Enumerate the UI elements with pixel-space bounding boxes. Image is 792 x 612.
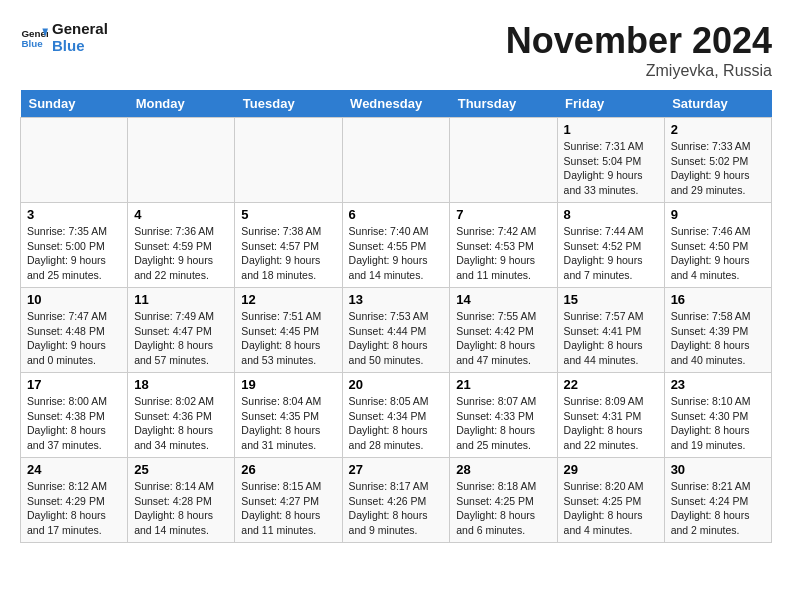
day-info: Sunrise: 7:36 AM Sunset: 4:59 PM Dayligh… [134,224,228,283]
calendar-cell: 21Sunrise: 8:07 AM Sunset: 4:33 PM Dayli… [450,373,557,458]
day-info: Sunrise: 8:21 AM Sunset: 4:24 PM Dayligh… [671,479,765,538]
day-info: Sunrise: 8:09 AM Sunset: 4:31 PM Dayligh… [564,394,658,453]
title-section: November 2024 Zmiyevka, Russia [506,20,772,80]
day-number: 16 [671,292,765,307]
calendar-cell: 9Sunrise: 7:46 AM Sunset: 4:50 PM Daylig… [664,203,771,288]
calendar-cell: 6Sunrise: 7:40 AM Sunset: 4:55 PM Daylig… [342,203,450,288]
day-info: Sunrise: 8:12 AM Sunset: 4:29 PM Dayligh… [27,479,121,538]
calendar-cell: 22Sunrise: 8:09 AM Sunset: 4:31 PM Dayli… [557,373,664,458]
calendar-cell: 2Sunrise: 7:33 AM Sunset: 5:02 PM Daylig… [664,118,771,203]
day-number: 2 [671,122,765,137]
calendar-cell: 17Sunrise: 8:00 AM Sunset: 4:38 PM Dayli… [21,373,128,458]
day-number: 12 [241,292,335,307]
calendar-cell: 15Sunrise: 7:57 AM Sunset: 4:41 PM Dayli… [557,288,664,373]
calendar-cell: 27Sunrise: 8:17 AM Sunset: 4:26 PM Dayli… [342,458,450,543]
weekday-header-tuesday: Tuesday [235,90,342,118]
calendar-cell: 1Sunrise: 7:31 AM Sunset: 5:04 PM Daylig… [557,118,664,203]
day-number: 24 [27,462,121,477]
day-info: Sunrise: 7:38 AM Sunset: 4:57 PM Dayligh… [241,224,335,283]
day-info: Sunrise: 7:33 AM Sunset: 5:02 PM Dayligh… [671,139,765,198]
day-info: Sunrise: 8:15 AM Sunset: 4:27 PM Dayligh… [241,479,335,538]
day-number: 29 [564,462,658,477]
calendar-header-row: SundayMondayTuesdayWednesdayThursdayFrid… [21,90,772,118]
calendar-cell: 26Sunrise: 8:15 AM Sunset: 4:27 PM Dayli… [235,458,342,543]
calendar-cell: 14Sunrise: 7:55 AM Sunset: 4:42 PM Dayli… [450,288,557,373]
weekday-header-thursday: Thursday [450,90,557,118]
day-number: 21 [456,377,550,392]
calendar-cell: 20Sunrise: 8:05 AM Sunset: 4:34 PM Dayli… [342,373,450,458]
day-info: Sunrise: 8:07 AM Sunset: 4:33 PM Dayligh… [456,394,550,453]
logo-line2: Blue [52,37,108,54]
calendar-cell: 12Sunrise: 7:51 AM Sunset: 4:45 PM Dayli… [235,288,342,373]
day-number: 4 [134,207,228,222]
day-info: Sunrise: 7:40 AM Sunset: 4:55 PM Dayligh… [349,224,444,283]
calendar-cell [128,118,235,203]
calendar-cell: 10Sunrise: 7:47 AM Sunset: 4:48 PM Dayli… [21,288,128,373]
day-info: Sunrise: 8:02 AM Sunset: 4:36 PM Dayligh… [134,394,228,453]
day-number: 25 [134,462,228,477]
day-info: Sunrise: 7:58 AM Sunset: 4:39 PM Dayligh… [671,309,765,368]
day-number: 3 [27,207,121,222]
day-number: 27 [349,462,444,477]
day-number: 20 [349,377,444,392]
day-info: Sunrise: 8:14 AM Sunset: 4:28 PM Dayligh… [134,479,228,538]
calendar-cell [21,118,128,203]
calendar-body: 1Sunrise: 7:31 AM Sunset: 5:04 PM Daylig… [21,118,772,543]
day-info: Sunrise: 7:53 AM Sunset: 4:44 PM Dayligh… [349,309,444,368]
day-info: Sunrise: 8:04 AM Sunset: 4:35 PM Dayligh… [241,394,335,453]
weekday-header-friday: Friday [557,90,664,118]
weekday-header-monday: Monday [128,90,235,118]
day-info: Sunrise: 7:49 AM Sunset: 4:47 PM Dayligh… [134,309,228,368]
day-number: 17 [27,377,121,392]
calendar-cell [450,118,557,203]
day-info: Sunrise: 7:51 AM Sunset: 4:45 PM Dayligh… [241,309,335,368]
location-title: Zmiyevka, Russia [506,62,772,80]
day-info: Sunrise: 7:35 AM Sunset: 5:00 PM Dayligh… [27,224,121,283]
calendar-cell: 23Sunrise: 8:10 AM Sunset: 4:30 PM Dayli… [664,373,771,458]
day-number: 5 [241,207,335,222]
day-number: 28 [456,462,550,477]
weekday-header-saturday: Saturday [664,90,771,118]
calendar-cell: 5Sunrise: 7:38 AM Sunset: 4:57 PM Daylig… [235,203,342,288]
day-info: Sunrise: 8:00 AM Sunset: 4:38 PM Dayligh… [27,394,121,453]
day-number: 30 [671,462,765,477]
calendar-cell: 30Sunrise: 8:21 AM Sunset: 4:24 PM Dayli… [664,458,771,543]
calendar-cell: 4Sunrise: 7:36 AM Sunset: 4:59 PM Daylig… [128,203,235,288]
weekday-header-wednesday: Wednesday [342,90,450,118]
calendar-cell: 13Sunrise: 7:53 AM Sunset: 4:44 PM Dayli… [342,288,450,373]
calendar-cell: 11Sunrise: 7:49 AM Sunset: 4:47 PM Dayli… [128,288,235,373]
day-info: Sunrise: 7:47 AM Sunset: 4:48 PM Dayligh… [27,309,121,368]
day-info: Sunrise: 8:05 AM Sunset: 4:34 PM Dayligh… [349,394,444,453]
calendar-cell: 25Sunrise: 8:14 AM Sunset: 4:28 PM Dayli… [128,458,235,543]
svg-text:Blue: Blue [21,38,43,49]
logo: General Blue General Blue [20,20,108,54]
page-header: General Blue General Blue November 2024 … [20,20,772,80]
day-number: 11 [134,292,228,307]
day-info: Sunrise: 7:44 AM Sunset: 4:52 PM Dayligh… [564,224,658,283]
day-number: 9 [671,207,765,222]
month-title: November 2024 [506,20,772,62]
day-info: Sunrise: 7:31 AM Sunset: 5:04 PM Dayligh… [564,139,658,198]
day-info: Sunrise: 8:17 AM Sunset: 4:26 PM Dayligh… [349,479,444,538]
calendar-week-3: 10Sunrise: 7:47 AM Sunset: 4:48 PM Dayli… [21,288,772,373]
logo-line1: General [52,20,108,37]
day-number: 1 [564,122,658,137]
calendar-cell [342,118,450,203]
calendar-cell: 8Sunrise: 7:44 AM Sunset: 4:52 PM Daylig… [557,203,664,288]
day-info: Sunrise: 7:55 AM Sunset: 4:42 PM Dayligh… [456,309,550,368]
day-info: Sunrise: 7:42 AM Sunset: 4:53 PM Dayligh… [456,224,550,283]
day-number: 26 [241,462,335,477]
calendar-cell: 3Sunrise: 7:35 AM Sunset: 5:00 PM Daylig… [21,203,128,288]
day-number: 6 [349,207,444,222]
day-number: 7 [456,207,550,222]
calendar-week-5: 24Sunrise: 8:12 AM Sunset: 4:29 PM Dayli… [21,458,772,543]
day-number: 15 [564,292,658,307]
calendar-cell: 29Sunrise: 8:20 AM Sunset: 4:25 PM Dayli… [557,458,664,543]
calendar-cell: 16Sunrise: 7:58 AM Sunset: 4:39 PM Dayli… [664,288,771,373]
calendar-week-2: 3Sunrise: 7:35 AM Sunset: 5:00 PM Daylig… [21,203,772,288]
logo-icon: General Blue [20,23,48,51]
calendar-cell: 7Sunrise: 7:42 AM Sunset: 4:53 PM Daylig… [450,203,557,288]
day-info: Sunrise: 7:57 AM Sunset: 4:41 PM Dayligh… [564,309,658,368]
calendar-cell [235,118,342,203]
day-info: Sunrise: 8:10 AM Sunset: 4:30 PM Dayligh… [671,394,765,453]
